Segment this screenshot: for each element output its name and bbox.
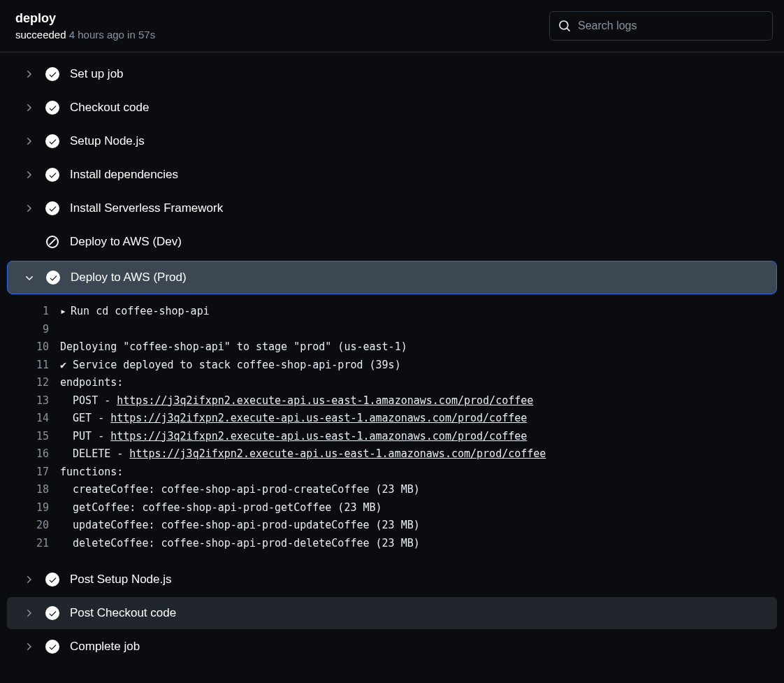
line-content: ✔ Service deployed to stack coffee-shop-… xyxy=(60,357,401,375)
chevron-right-icon xyxy=(22,136,35,147)
line-number: 1 xyxy=(7,303,60,321)
line-content: POST - https://j3q2ifxpn2.execute-api.us… xyxy=(60,392,533,410)
step-status-icon xyxy=(45,100,60,115)
chevron-right-icon xyxy=(22,641,35,652)
step-row[interactable]: Deploy to AWS (Prod) xyxy=(7,261,777,294)
step-label: Install dependencies xyxy=(70,168,178,182)
step-label: Post Setup Node.js xyxy=(70,573,172,587)
search-logs[interactable] xyxy=(549,11,773,41)
line-number: 14 xyxy=(7,410,60,428)
log-line: 21 deleteCoffee: coffee-shop-api-prod-de… xyxy=(7,535,777,553)
line-content: GET - https://j3q2ifxpn2.execute-api.us-… xyxy=(60,410,527,428)
step-row[interactable]: Deploy to AWS (Dev) xyxy=(7,226,777,258)
step-status-icon xyxy=(45,234,60,250)
job-status-word: succeeded xyxy=(15,29,66,41)
job-subtitle: succeeded 4 hours ago in 57s xyxy=(15,29,155,41)
success-icon xyxy=(45,168,59,182)
header-left: deploy succeeded 4 hours ago in 57s xyxy=(15,11,155,41)
svg-line-1 xyxy=(50,239,56,245)
line-content: ▸Run cd coffee-shop-api xyxy=(60,303,210,321)
log-line: 20 updateCoffee: coffee-shop-api-prod-up… xyxy=(7,517,777,535)
step-label: Install Serverless Framework xyxy=(70,201,223,215)
endpoint-link[interactable]: https://j3q2ifxpn2.execute-api.us-east-1… xyxy=(110,412,527,424)
log-line: 11✔ Service deployed to stack coffee-sho… xyxy=(7,357,777,375)
line-content: functions: xyxy=(60,463,123,482)
step-row[interactable]: Complete job xyxy=(7,631,777,663)
steps-list: Set up jobCheckout codeSetup Node.jsInst… xyxy=(0,52,784,663)
line-number: 11 xyxy=(7,357,60,375)
step-row[interactable]: Install dependencies xyxy=(7,159,777,191)
success-icon xyxy=(45,573,59,587)
search-icon xyxy=(558,20,571,32)
chevron-right-icon xyxy=(22,69,35,80)
step-row[interactable]: Checkout code xyxy=(7,92,777,124)
success-icon xyxy=(45,134,59,148)
step-label: Deploy to AWS (Prod) xyxy=(71,271,187,285)
chevron-right-icon xyxy=(22,203,35,214)
log-line: 16 DELETE - https://j3q2ifxpn2.execute-a… xyxy=(7,445,777,463)
step-status-icon xyxy=(45,66,60,82)
step-status-icon xyxy=(45,167,60,182)
success-icon xyxy=(46,271,60,285)
chevron-right-icon xyxy=(22,607,35,619)
log-line: 13 POST - https://j3q2ifxpn2.execute-api… xyxy=(7,392,777,410)
step-status-icon xyxy=(45,270,61,285)
success-icon xyxy=(45,201,59,215)
line-number: 15 xyxy=(7,428,60,446)
chevron-right-icon xyxy=(22,102,35,113)
line-number: 20 xyxy=(7,517,60,535)
endpoint-link[interactable]: https://j3q2ifxpn2.execute-api.us-east-1… xyxy=(110,430,527,443)
step-row[interactable]: Post Checkout code xyxy=(7,597,777,629)
step-row[interactable]: Post Setup Node.js xyxy=(7,563,777,596)
step-label: Deploy to AWS (Dev) xyxy=(70,235,182,249)
endpoint-link[interactable]: https://j3q2ifxpn2.execute-api.us-east-1… xyxy=(117,394,533,407)
step-row[interactable]: Set up job xyxy=(7,58,777,90)
search-input[interactable] xyxy=(578,20,764,32)
skipped-icon xyxy=(45,235,59,249)
step-row[interactable]: Setup Node.js xyxy=(7,125,777,157)
line-number: 17 xyxy=(7,463,60,482)
log-line: 17functions: xyxy=(7,463,777,482)
line-number: 13 xyxy=(7,392,60,410)
chevron-down-icon xyxy=(23,272,36,283)
step-status-icon xyxy=(45,605,60,621)
log-output: 1▸Run cd coffee-shop-api910Deploying "co… xyxy=(7,294,777,562)
step-label: Checkout code xyxy=(70,101,149,115)
log-line: 14 GET - https://j3q2ifxpn2.execute-api.… xyxy=(7,410,777,428)
line-number: 12 xyxy=(7,374,60,392)
step-status-icon xyxy=(45,572,60,587)
line-content: DELETE - https://j3q2ifxpn2.execute-api.… xyxy=(60,445,546,463)
line-number: 21 xyxy=(7,535,60,553)
log-line: 10Deploying "coffee-shop-api" to stage "… xyxy=(7,338,777,357)
chevron-right-icon xyxy=(22,169,35,180)
log-line: 1▸Run cd coffee-shop-api xyxy=(7,303,777,321)
step-label: Complete job xyxy=(70,640,140,654)
line-content: createCoffee: coffee-shop-api-prod-creat… xyxy=(60,481,420,499)
endpoint-link[interactable]: https://j3q2ifxpn2.execute-api.us-east-1… xyxy=(129,447,546,460)
line-content: updateCoffee: coffee-shop-api-prod-updat… xyxy=(60,517,420,535)
line-content: endpoints: xyxy=(60,374,123,392)
log-disclosure-icon[interactable]: ▸ xyxy=(60,305,66,317)
success-icon xyxy=(45,606,59,620)
step-row[interactable]: Install Serverless Framework xyxy=(7,192,777,224)
step-status-icon xyxy=(45,639,60,654)
step-label: Post Checkout code xyxy=(70,606,176,620)
line-content: getCoffee: coffee-shop-api-prod-getCoffe… xyxy=(60,499,382,517)
line-number: 9 xyxy=(7,321,60,339)
line-number: 19 xyxy=(7,499,60,517)
line-number: 16 xyxy=(7,445,60,463)
header: deploy succeeded 4 hours ago in 57s xyxy=(0,0,784,52)
success-icon xyxy=(45,101,59,115)
success-icon xyxy=(45,640,59,654)
line-content: PUT - https://j3q2ifxpn2.execute-api.us-… xyxy=(60,428,527,446)
log-line: 19 getCoffee: coffee-shop-api-prod-getCo… xyxy=(7,499,777,517)
line-content: Deploying "coffee-shop-api" to stage "pr… xyxy=(60,338,407,357)
step-label: Set up job xyxy=(70,67,124,81)
chevron-right-icon xyxy=(22,574,35,585)
job-status-rest: 4 hours ago in 57s xyxy=(66,29,156,41)
line-number: 18 xyxy=(7,481,60,499)
job-title: deploy xyxy=(15,11,155,26)
log-line: 15 PUT - https://j3q2ifxpn2.execute-api.… xyxy=(7,428,777,446)
success-icon xyxy=(45,67,59,81)
log-line: 9 xyxy=(7,321,777,339)
